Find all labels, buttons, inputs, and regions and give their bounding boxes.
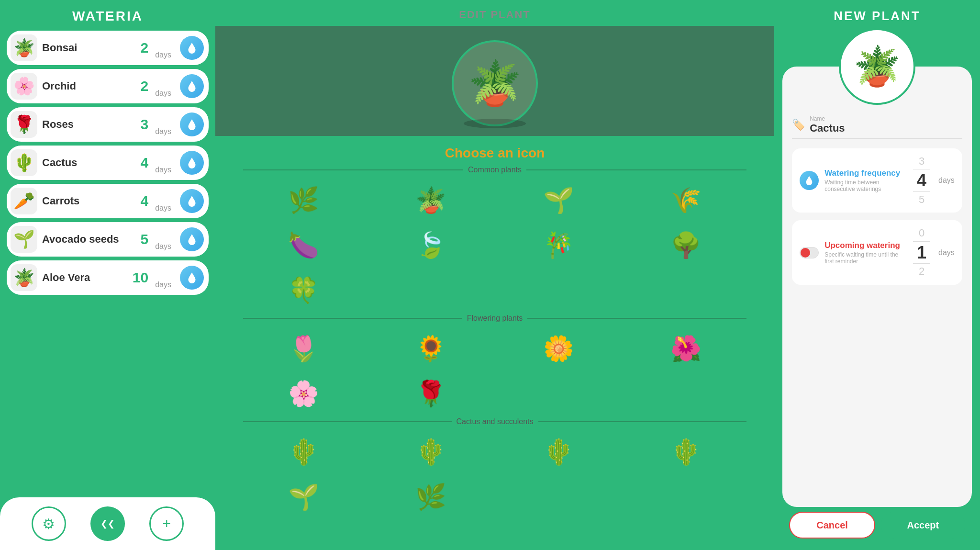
plant-icon-4[interactable]: 🌾: [667, 181, 705, 219]
flowering-plants-label: Flowering plants: [467, 314, 523, 323]
plant-name-orchid: Orchid: [42, 80, 136, 92]
tag-icon: 🏷️: [792, 119, 805, 131]
plant-days-bonsai: 2: [141, 40, 149, 56]
upcoming-below: 2: [919, 265, 924, 278]
spinner-divider-top: [913, 169, 930, 169]
upcoming-toggle[interactable]: [800, 247, 819, 258]
name-field-inner: Name Cactus: [810, 115, 962, 135]
plant-item-bonsai: 🪴 Bonsai 2 days: [7, 31, 209, 65]
add-plant-button[interactable]: +: [149, 506, 184, 541]
plant-item-orchid: 🌸 Orchid 2 days: [7, 69, 209, 103]
preview-shadow: [464, 119, 526, 128]
plant-name-avocado: Avocado seeds: [42, 233, 136, 246]
plant-days-roses: 3: [141, 116, 149, 133]
preview-icon[interactable]: 🪴: [452, 40, 538, 126]
spinner-divider-bottom: [913, 191, 930, 192]
flower-icon-3[interactable]: 🌼: [539, 329, 578, 368]
water-btn-orchid[interactable]: [180, 74, 204, 98]
watering-freq-text: Watering frequency Waiting time between …: [824, 168, 904, 192]
plant-icon-avocado: 🌱: [11, 226, 37, 253]
plant-icon-6[interactable]: 🍃: [412, 226, 450, 264]
plant-icon-8[interactable]: 🌳: [667, 226, 705, 264]
plant-list: 🪴 Bonsai 2 days 🌸 Orchid 2 days 🌹 Roses …: [7, 31, 209, 295]
water-btn-bonsai[interactable]: [180, 36, 204, 60]
upcoming-text: Upcoming watering Specific waiting time …: [824, 241, 904, 265]
cactus-icon-1[interactable]: 🌵: [285, 433, 323, 471]
divider-right-2: [527, 318, 746, 319]
plant-item-roses: 🌹 Roses 3 days: [7, 107, 209, 142]
upcoming-spinner[interactable]: 0 1 2: [910, 227, 934, 278]
upcoming-above: 0: [919, 227, 924, 239]
divider-left-3: [243, 421, 451, 422]
common-plants-label: Common plants: [468, 166, 522, 174]
flowering-plants-grid: 🌷 🌻 🌼 🌺 🌸 🌹: [243, 329, 746, 413]
watering-spinner[interactable]: 3 4 5: [910, 155, 934, 206]
edit-plant-panel: EDIT PLANT 🪴 Choose an icon Common plant…: [215, 0, 774, 550]
flower-icon-4[interactable]: 🌺: [667, 329, 705, 368]
cactus-icon-6[interactable]: 🌿: [412, 478, 450, 516]
new-plant-card: 🏷️ Name Cactus Watering frequency Waitin…: [782, 67, 972, 507]
upcoming-watering-section: Upcoming watering Specific waiting time …: [792, 220, 962, 284]
plant-icon-3[interactable]: 🌱: [539, 181, 578, 219]
flower-icon-2[interactable]: 🌻: [412, 329, 450, 368]
avatar-container: 🪴: [782, 28, 972, 105]
plant-icon-orchid: 🌸: [11, 73, 37, 100]
upcoming-days-label: days: [938, 248, 955, 257]
plant-days-label-roses: days: [155, 127, 171, 138]
choose-icon-title: Choose an icon: [445, 146, 545, 161]
plant-days-avocado: 5: [141, 231, 149, 247]
new-plant-panel: NEW PLANT 🪴 🏷️ Name Cactus Watering freq…: [774, 0, 980, 550]
accept-button[interactable]: Accept: [881, 512, 965, 539]
plant-days-label-carrots: days: [155, 204, 171, 214]
plant-name-bonsai: Bonsai: [42, 42, 136, 54]
plant-item-avocado: 🌱 Avocado seeds 5 days: [7, 222, 209, 257]
upcoming-divider-bottom: [913, 263, 930, 264]
divider-right: [526, 169, 746, 170]
water-btn-aloe[interactable]: [180, 266, 204, 290]
plant-item-carrots: 🥕 Carrots 4 days: [7, 184, 209, 218]
plant-preview-area: 🪴: [215, 26, 774, 136]
plant-days-orchid: 2: [141, 78, 149, 94]
plant-icon-bonsai: 🪴: [11, 34, 37, 61]
plant-icon-roses: 🌹: [11, 111, 37, 138]
cactus-icon-3[interactable]: 🌵: [539, 433, 578, 471]
upcoming-divider-top: [913, 241, 930, 242]
plant-days-label-bonsai: days: [155, 51, 171, 61]
flower-icon-1[interactable]: 🌷: [285, 329, 323, 368]
watering-frequency-section: Watering frequency Waiting time between …: [792, 148, 962, 213]
settings-button[interactable]: ⚙: [32, 506, 66, 541]
cactus-icon-2[interactable]: 🌵: [412, 433, 450, 471]
watering-above: 3: [919, 155, 924, 168]
plant-days-label-avocado: days: [155, 242, 171, 253]
plant-icon-7[interactable]: 🎋: [539, 226, 578, 264]
spacer: [792, 292, 962, 497]
wateria-panel: WATERIA 🪴 Bonsai 2 days 🌸 Orchid 2 days: [0, 0, 215, 550]
cactus-icon-4[interactable]: 🌵: [667, 433, 705, 471]
cancel-button[interactable]: Cancel: [789, 512, 875, 539]
common-plants-section: Common plants 🌿 🪴 🌱 🌾 🍆 🍃 🎋 🌳 🍀: [243, 166, 746, 309]
flower-icon-6[interactable]: 🌹: [412, 374, 450, 413]
water-btn-carrots[interactable]: [180, 189, 204, 213]
flowering-plants-section: Flowering plants 🌷 🌻 🌼 🌺 🌸 🌹: [243, 314, 746, 413]
watering-icon: [800, 171, 819, 190]
watering-below: 5: [919, 193, 924, 206]
name-value[interactable]: Cactus: [810, 122, 962, 135]
plant-days-label-aloe: days: [155, 281, 171, 291]
water-btn-avocado[interactable]: [180, 227, 204, 251]
cactus-icon-5[interactable]: 🌱: [285, 478, 323, 516]
plant-days-cactus: 4: [141, 155, 149, 171]
plant-icon-9[interactable]: 🍀: [285, 271, 323, 309]
cactus-grid: 🌵 🌵 🌵 🌵 🌱 🌿: [243, 433, 746, 516]
plant-icon-5[interactable]: 🍆: [285, 226, 323, 264]
toggle-dot: [801, 248, 810, 258]
cactus-label: Cactus and succulents: [457, 417, 534, 426]
plant-icon-1[interactable]: 🌿: [285, 181, 323, 219]
flower-icon-5[interactable]: 🌸: [285, 374, 323, 413]
plant-icon-2[interactable]: 🪴: [412, 181, 450, 219]
upcoming-spinner-container: 0 1 2 days: [910, 227, 955, 278]
water-btn-roses[interactable]: [180, 112, 204, 136]
watering-freq-title: Watering frequency: [824, 168, 904, 178]
plant-avatar[interactable]: 🪴: [839, 28, 915, 105]
scroll-up-button[interactable]: ❮❮: [90, 506, 125, 541]
water-btn-cactus[interactable]: [180, 151, 204, 175]
